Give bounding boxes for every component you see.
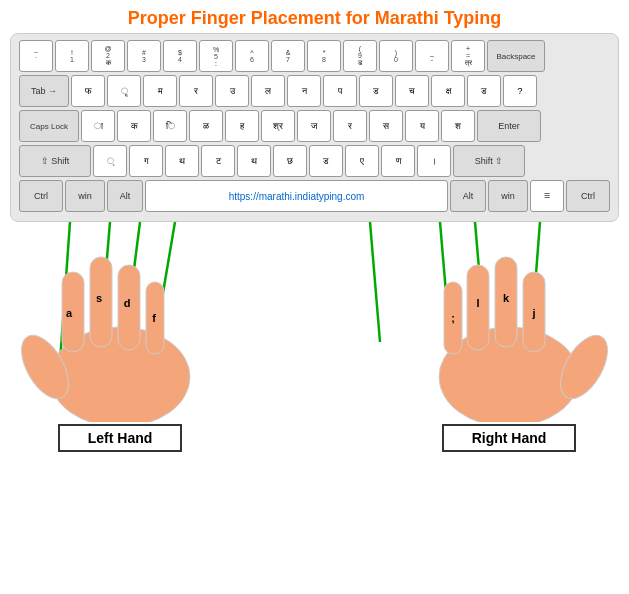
key-capslock[interactable]: Caps Lock [19, 110, 79, 142]
key-minus[interactable]: _- [415, 40, 449, 72]
key-n[interactable]: छ [273, 145, 307, 177]
key-4[interactable]: $4 [163, 40, 197, 72]
right-hand-svg: ; l k j [409, 237, 609, 422]
key-3[interactable]: #3 [127, 40, 161, 72]
key-bracket-r[interactable]: ड [467, 75, 501, 107]
key-bracket-l[interactable]: क्ष [431, 75, 465, 107]
keyboard-area: ~` !1 @2क #3 $4 %5: ^6 &7 *8 (9ड )0 _- +… [10, 33, 619, 222]
key-c[interactable]: थ [165, 145, 199, 177]
key-g[interactable]: ह [225, 110, 259, 142]
key-comma[interactable]: ए [345, 145, 379, 177]
key-ctrl-left[interactable]: Ctrl [19, 180, 63, 212]
key-semicolon[interactable]: य [405, 110, 439, 142]
svg-text:f: f [152, 312, 156, 324]
key-2[interactable]: @2क [91, 40, 125, 72]
key-v[interactable]: ट [201, 145, 235, 177]
key-e[interactable]: म [143, 75, 177, 107]
svg-text:s: s [96, 292, 102, 304]
key-i[interactable]: प [323, 75, 357, 107]
key-alt-left[interactable]: Alt [107, 180, 143, 212]
keyboard-row-3: Caps Lock ा क ि ळ ह श्र ज र स य श Enter [19, 110, 610, 142]
key-m[interactable]: ड [309, 145, 343, 177]
key-a[interactable]: ा [81, 110, 115, 142]
key-r[interactable]: र [179, 75, 213, 107]
keyboard-row-4: ⇧ Shift ् ग थ ट थ छ ड ए ण । Shift ⇧ [19, 145, 610, 177]
key-w[interactable]: ृ [107, 75, 141, 107]
svg-line-4 [370, 222, 380, 342]
key-s[interactable]: क [117, 110, 151, 142]
key-x[interactable]: ग [129, 145, 163, 177]
svg-text:k: k [503, 292, 510, 304]
svg-text:;: ; [451, 312, 455, 324]
key-f[interactable]: ळ [189, 110, 223, 142]
keyboard-row-2: Tab → फ ृ म र उ ल न प ड च क्ष ड ? [19, 75, 610, 107]
svg-text:a: a [66, 307, 73, 319]
key-tab[interactable]: Tab → [19, 75, 69, 107]
key-9[interactable]: (9ड [343, 40, 377, 72]
key-win-left[interactable]: win [65, 180, 105, 212]
key-0[interactable]: )0 [379, 40, 413, 72]
key-b[interactable]: थ [237, 145, 271, 177]
key-backslash[interactable]: ? [503, 75, 537, 107]
key-slash[interactable]: । [417, 145, 451, 177]
key-1[interactable]: !1 [55, 40, 89, 72]
key-6[interactable]: ^6 [235, 40, 269, 72]
key-l[interactable]: स [369, 110, 403, 142]
key-shift-left[interactable]: ⇧ Shift [19, 145, 91, 177]
keyboard-row-1: ~` !1 @2क #3 $4 %5: ^6 &7 *8 (9ड )0 _- +… [19, 40, 610, 72]
key-j[interactable]: ज [297, 110, 331, 142]
svg-text:j: j [531, 307, 535, 319]
hands-area: a s d f Left Hand ; l k j Right Ha [10, 222, 619, 452]
key-quote[interactable]: श [441, 110, 475, 142]
key-q[interactable]: फ [71, 75, 105, 107]
key-alt-right[interactable]: Alt [450, 180, 486, 212]
key-z[interactable]: ् [93, 145, 127, 177]
page-title: Proper Finger Placement for Marathi Typi… [0, 0, 629, 33]
key-d[interactable]: ि [153, 110, 187, 142]
key-backspace[interactable]: Backspace [487, 40, 545, 72]
right-hand-container: ; l k j Right Hand [409, 237, 609, 452]
key-t[interactable]: उ [215, 75, 249, 107]
left-hand-container: a s d f Left Hand [20, 237, 220, 452]
key-period[interactable]: ण [381, 145, 415, 177]
svg-text:d: d [124, 297, 131, 309]
svg-text:l: l [476, 297, 479, 309]
key-ctrl-right[interactable]: Ctrl [566, 180, 610, 212]
left-hand-svg: a s d f [20, 237, 220, 422]
key-enter[interactable]: Enter [477, 110, 541, 142]
key-space[interactable]: https://marathi.indiatyping.com [145, 180, 448, 212]
key-p[interactable]: च [395, 75, 429, 107]
key-win-right[interactable]: win [488, 180, 528, 212]
key-5[interactable]: %5: [199, 40, 233, 72]
key-tilde[interactable]: ~` [19, 40, 53, 72]
key-8[interactable]: *8 [307, 40, 341, 72]
key-k[interactable]: र [333, 110, 367, 142]
key-shift-right[interactable]: Shift ⇧ [453, 145, 525, 177]
keyboard-row-5: Ctrl win Alt https://marathi.indiatyping… [19, 180, 610, 212]
key-y[interactable]: ल [251, 75, 285, 107]
key-h[interactable]: श्र [261, 110, 295, 142]
key-u[interactable]: न [287, 75, 321, 107]
left-hand-label-box: Left Hand [58, 424, 183, 452]
key-menu[interactable]: ☰ [530, 180, 564, 212]
key-o[interactable]: ड [359, 75, 393, 107]
key-7[interactable]: &7 [271, 40, 305, 72]
key-equals[interactable]: +=त्र [451, 40, 485, 72]
right-hand-label-box: Right Hand [442, 424, 577, 452]
